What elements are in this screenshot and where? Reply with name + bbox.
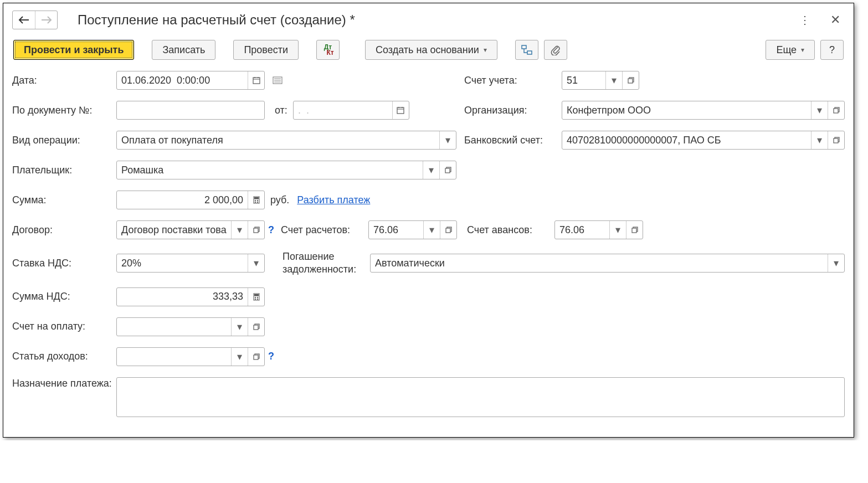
svg-rect-10 (834, 138, 838, 143)
svg-rect-26 (254, 294, 258, 296)
dropdown-icon[interactable]: ▾ (423, 161, 439, 179)
invoice-label: Счет на оплату: (12, 321, 116, 332)
open-icon[interactable] (439, 161, 456, 179)
title-bar: Поступление на расчетный счет (создание)… (12, 7, 845, 33)
purpose-label: Назначение платежа: (12, 377, 116, 390)
dropdown-icon[interactable]: ▾ (439, 131, 456, 149)
amount-label: Сумма: (12, 194, 116, 206)
save-button[interactable]: Записать (152, 40, 215, 60)
vat-rate-input[interactable] (117, 254, 248, 272)
svg-rect-34 (254, 355, 258, 359)
account-input[interactable] (562, 71, 605, 89)
dt-kt-button[interactable]: Дт Кт (316, 40, 340, 60)
open-icon[interactable] (440, 221, 456, 239)
svg-rect-1 (527, 51, 532, 54)
help-icon[interactable]: ? (268, 351, 274, 362)
open-icon[interactable] (828, 131, 844, 149)
svg-point-16 (257, 200, 258, 201)
help-icon[interactable]: ? (268, 224, 274, 236)
advance-account-label: Счет авансов: (467, 224, 554, 236)
post-and-close-button[interactable]: Провести и закрыть (13, 40, 134, 60)
calendar-icon[interactable] (392, 101, 409, 119)
kebab-menu-icon[interactable]: ⋮ (795, 11, 815, 29)
dropdown-icon[interactable]: ▾ (231, 318, 248, 336)
calculator-icon[interactable] (248, 191, 264, 209)
dropdown-icon[interactable]: ▾ (231, 221, 248, 239)
svg-rect-0 (522, 45, 526, 49)
svg-point-27 (255, 297, 256, 298)
open-icon[interactable] (248, 221, 264, 239)
page-title: Поступление на расчетный счет (создание)… (78, 12, 795, 28)
dropdown-icon[interactable]: ▾ (423, 221, 440, 239)
date-label: Дата: (12, 75, 116, 86)
op-type-label: Вид операции: (12, 135, 116, 146)
open-icon[interactable] (248, 348, 264, 366)
debt-repayment-input[interactable] (371, 254, 828, 272)
close-icon[interactable]: ✕ (826, 11, 845, 29)
doc-date-input[interactable] (294, 101, 392, 119)
income-item-input[interactable] (117, 348, 231, 366)
attachments-button[interactable] (544, 40, 567, 60)
svg-point-17 (255, 202, 256, 203)
svg-point-30 (257, 299, 258, 300)
dropdown-icon[interactable]: ▾ (811, 101, 828, 119)
advance-account-input[interactable] (555, 221, 609, 239)
contract-label: Договор: (12, 224, 116, 236)
nav-forward-button[interactable] (35, 11, 57, 29)
document-window: Поступление на расчетный счет (создание)… (3, 3, 854, 438)
settle-account-label: Счет расчетов: (281, 224, 368, 236)
nav-back-button[interactable] (13, 11, 35, 29)
structure-icon (521, 45, 532, 55)
svg-rect-6 (397, 107, 404, 114)
dropdown-icon[interactable]: ▾ (248, 254, 264, 272)
svg-rect-8 (834, 109, 838, 113)
dropdown-icon[interactable]: ▾ (828, 254, 844, 272)
dropdown-icon[interactable]: ▾ (605, 71, 622, 89)
open-icon[interactable] (622, 71, 639, 89)
purpose-textarea[interactable] (116, 377, 845, 417)
org-input[interactable] (562, 101, 811, 119)
payer-input[interactable] (117, 161, 423, 179)
svg-rect-12 (445, 168, 450, 173)
toolbar: Провести и закрыть Записать Провести Дт … (12, 40, 845, 60)
svg-rect-5 (628, 79, 633, 83)
svg-rect-20 (254, 228, 258, 233)
debt-repayment-label: Погашение задолженности: (283, 250, 370, 276)
org-label: Организация: (464, 105, 562, 116)
op-type-input[interactable] (117, 131, 439, 149)
calculator-icon[interactable] (248, 288, 264, 306)
settle-account-input[interactable] (369, 221, 423, 239)
dropdown-icon[interactable]: ▾ (231, 348, 248, 366)
open-icon[interactable] (248, 318, 264, 336)
open-icon[interactable] (828, 101, 844, 119)
svg-point-15 (255, 200, 256, 201)
help-button[interactable]: ? (820, 40, 844, 60)
more-button[interactable]: Еще▾ (766, 40, 815, 60)
svg-point-18 (257, 202, 258, 203)
vat-rate-label: Ставка НДС: (12, 258, 116, 269)
dropdown-icon[interactable]: ▾ (609, 221, 626, 239)
calendar-icon[interactable] (248, 71, 264, 89)
invoice-input[interactable] (117, 318, 231, 336)
post-button[interactable]: Провести (233, 40, 299, 60)
amount-input[interactable] (117, 191, 248, 209)
doc-from-label: от: (275, 105, 287, 116)
account-label: Счет учета: (464, 75, 562, 86)
svg-rect-22 (446, 228, 450, 233)
vat-amount-input[interactable] (117, 288, 248, 306)
svg-rect-32 (254, 325, 258, 330)
open-icon[interactable] (626, 221, 643, 239)
dropdown-icon[interactable]: ▾ (811, 131, 828, 149)
list-icon[interactable] (268, 71, 287, 90)
contract-input[interactable] (117, 221, 231, 239)
date-input[interactable] (117, 71, 248, 89)
doc-no-label: По документу №: (12, 105, 116, 116)
currency-label: руб. (270, 194, 289, 206)
doc-no-input[interactable] (117, 101, 264, 119)
bank-account-input[interactable] (562, 131, 811, 149)
structure-button[interactable] (515, 40, 538, 60)
create-based-on-button[interactable]: Создать на основании▾ (365, 40, 497, 60)
svg-point-29 (255, 299, 256, 300)
split-payment-link[interactable]: Разбить платеж (297, 194, 370, 206)
svg-rect-24 (632, 228, 636, 233)
